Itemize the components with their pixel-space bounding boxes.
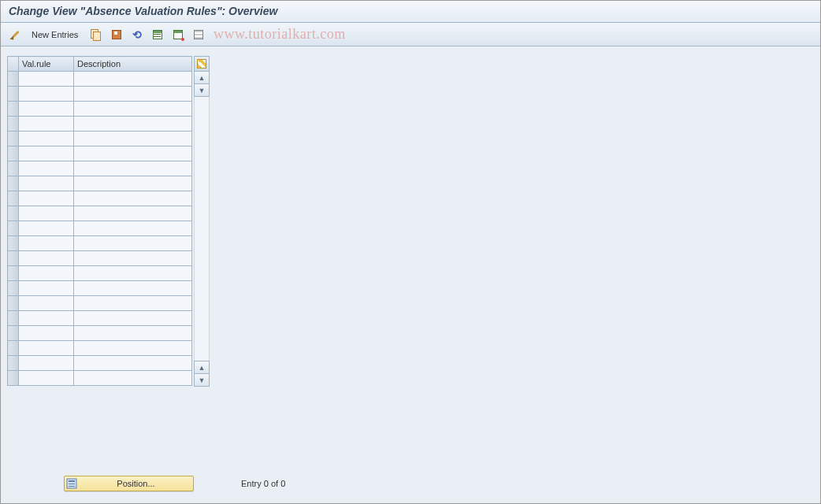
cell-description[interactable] bbox=[74, 251, 192, 266]
toggle-display-change-button[interactable] bbox=[7, 26, 26, 43]
row-selector[interactable] bbox=[8, 311, 19, 326]
cell-valrule[interactable] bbox=[19, 176, 74, 191]
table-row[interactable] bbox=[8, 161, 192, 176]
cell-valrule[interactable] bbox=[19, 341, 74, 356]
cell-description[interactable] bbox=[74, 117, 192, 132]
row-selector[interactable] bbox=[8, 251, 19, 266]
scroll-track[interactable] bbox=[194, 97, 210, 361]
row-selector[interactable] bbox=[8, 87, 19, 102]
table-row[interactable] bbox=[8, 221, 192, 236]
cell-description[interactable] bbox=[74, 191, 192, 206]
row-selector[interactable] bbox=[8, 356, 19, 371]
row-selector[interactable] bbox=[8, 191, 19, 206]
row-selector[interactable] bbox=[8, 176, 19, 191]
cell-description[interactable] bbox=[74, 161, 192, 176]
cell-description[interactable] bbox=[74, 176, 192, 191]
cell-valrule[interactable] bbox=[19, 117, 74, 132]
table-row[interactable] bbox=[8, 326, 192, 341]
cell-description[interactable] bbox=[74, 206, 192, 221]
table-row[interactable] bbox=[8, 132, 192, 146]
cell-description[interactable] bbox=[74, 72, 192, 87]
row-selector[interactable] bbox=[8, 341, 19, 356]
cell-valrule[interactable] bbox=[19, 296, 74, 311]
cell-description[interactable] bbox=[74, 132, 192, 146]
cell-valrule[interactable] bbox=[19, 236, 74, 251]
table-row[interactable] bbox=[8, 251, 192, 266]
cell-description[interactable] bbox=[74, 341, 192, 356]
cell-valrule[interactable] bbox=[19, 311, 74, 326]
cell-description[interactable] bbox=[74, 266, 192, 281]
cell-description[interactable] bbox=[74, 146, 192, 161]
table-row[interactable] bbox=[8, 311, 192, 326]
row-selector[interactable] bbox=[8, 132, 19, 146]
cell-description[interactable] bbox=[74, 87, 192, 102]
cell-valrule[interactable] bbox=[19, 102, 74, 117]
cell-description[interactable] bbox=[74, 296, 192, 311]
position-button[interactable]: Position... bbox=[64, 476, 194, 491]
cell-valrule[interactable] bbox=[19, 371, 74, 386]
table-row[interactable] bbox=[8, 266, 192, 281]
cell-description[interactable] bbox=[74, 356, 192, 371]
scroll-down-bottom-button[interactable]: ▼ bbox=[194, 373, 210, 387]
delete-button[interactable] bbox=[107, 26, 126, 43]
cell-description[interactable] bbox=[74, 221, 192, 236]
scroll-up-button[interactable]: ▲ bbox=[194, 71, 210, 84]
copy-as-button[interactable] bbox=[87, 26, 106, 43]
cell-valrule[interactable] bbox=[19, 206, 74, 221]
cell-valrule[interactable] bbox=[19, 266, 74, 281]
table-row[interactable] bbox=[8, 371, 192, 386]
cell-description[interactable] bbox=[74, 326, 192, 341]
row-selector[interactable] bbox=[8, 117, 19, 132]
cell-valrule[interactable] bbox=[19, 251, 74, 266]
row-selector[interactable] bbox=[8, 371, 19, 386]
table-row[interactable] bbox=[8, 117, 192, 132]
row-selector[interactable] bbox=[8, 326, 19, 341]
new-entries-button[interactable]: New Entries bbox=[28, 26, 85, 43]
cell-description[interactable] bbox=[74, 102, 192, 117]
cell-valrule[interactable] bbox=[19, 72, 74, 87]
scroll-up-bottom-button[interactable]: ▲ bbox=[194, 361, 210, 374]
column-header-valrule[interactable]: Val.rule bbox=[19, 57, 74, 72]
table-row[interactable] bbox=[8, 176, 192, 191]
valuation-rules-table[interactable]: Val.rule Description bbox=[7, 56, 192, 386]
table-row[interactable] bbox=[8, 206, 192, 221]
select-all-button[interactable] bbox=[148, 26, 167, 43]
cell-valrule[interactable] bbox=[19, 221, 74, 236]
row-selector[interactable] bbox=[8, 266, 19, 281]
table-row[interactable] bbox=[8, 87, 192, 102]
cell-valrule[interactable] bbox=[19, 161, 74, 176]
cell-valrule[interactable] bbox=[19, 191, 74, 206]
table-row[interactable] bbox=[8, 296, 192, 311]
table-row[interactable] bbox=[8, 341, 192, 356]
table-row[interactable] bbox=[8, 236, 192, 251]
table-row[interactable] bbox=[8, 191, 192, 206]
table-row[interactable] bbox=[8, 281, 192, 296]
select-block-button[interactable] bbox=[169, 26, 188, 43]
row-selector[interactable] bbox=[8, 296, 19, 311]
cell-valrule[interactable] bbox=[19, 87, 74, 102]
cell-description[interactable] bbox=[74, 281, 192, 296]
undo-change-button[interactable]: ⟲ bbox=[128, 26, 147, 43]
table-row[interactable] bbox=[8, 356, 192, 371]
row-selector[interactable] bbox=[8, 146, 19, 161]
deselect-all-button[interactable] bbox=[189, 26, 208, 43]
row-selector-header[interactable] bbox=[8, 57, 19, 72]
table-settings-button[interactable] bbox=[194, 56, 210, 72]
row-selector[interactable] bbox=[8, 221, 19, 236]
table-row[interactable] bbox=[8, 146, 192, 161]
scroll-down-button[interactable]: ▼ bbox=[194, 83, 210, 97]
row-selector[interactable] bbox=[8, 161, 19, 176]
row-selector[interactable] bbox=[8, 206, 19, 221]
cell-valrule[interactable] bbox=[19, 281, 74, 296]
cell-description[interactable] bbox=[74, 236, 192, 251]
table-row[interactable] bbox=[8, 102, 192, 117]
cell-description[interactable] bbox=[74, 371, 192, 386]
table-row[interactable] bbox=[8, 72, 192, 87]
cell-valrule[interactable] bbox=[19, 326, 74, 341]
cell-valrule[interactable] bbox=[19, 356, 74, 371]
column-header-description[interactable]: Description bbox=[74, 57, 192, 72]
cell-valrule[interactable] bbox=[19, 132, 74, 146]
row-selector[interactable] bbox=[8, 281, 19, 296]
row-selector[interactable] bbox=[8, 236, 19, 251]
row-selector[interactable] bbox=[8, 102, 19, 117]
